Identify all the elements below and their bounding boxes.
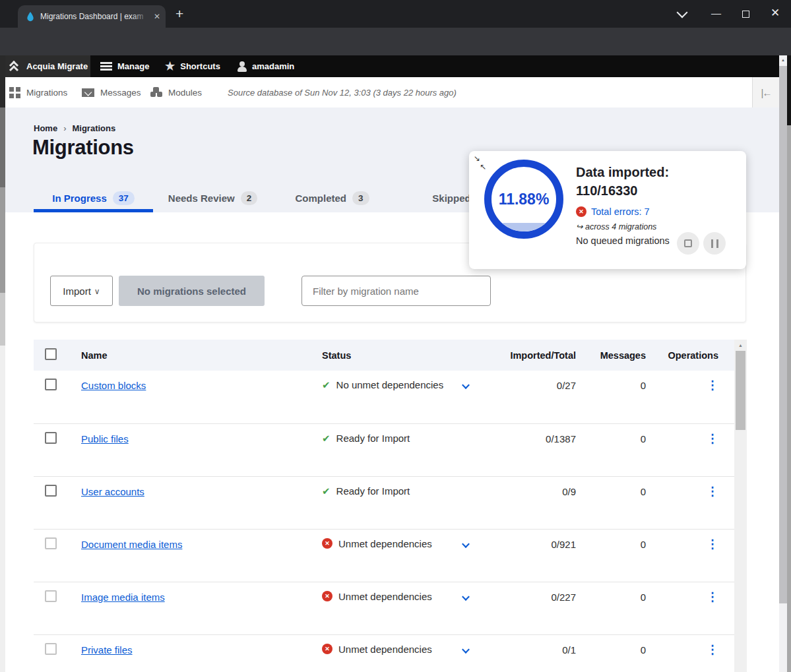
operations-menu-icon[interactable]: ⋮ (707, 379, 718, 392)
migration-name-link[interactable]: Custom blocks (81, 380, 146, 391)
error-icon: ✕ (322, 644, 332, 654)
tab-search-chevron-icon[interactable] (677, 7, 688, 18)
browser-tab[interactable]: Migrations Dashboard | example ✕ (18, 5, 166, 28)
table-row: Document media items ✕Unmet dependencies… (34, 529, 746, 582)
operations-menu-icon[interactable]: ⋮ (707, 590, 718, 603)
breadcrumb: Home › Migrations (34, 123, 115, 133)
col-header-status: Status (322, 350, 510, 361)
no-migrations-selected-button[interactable]: No migrations selected (119, 276, 265, 306)
progress-percent: 11.88% (499, 191, 550, 208)
tab-count-badge: 3 (352, 191, 369, 205)
operations-menu-icon[interactable]: ⋮ (707, 432, 718, 445)
acquia-chevrons-icon (9, 61, 21, 72)
collapse-arrow-icon: |← (761, 87, 771, 98)
tab-needs-review[interactable]: Needs Review 2 (153, 184, 272, 212)
across-migrations-note: ↪ across 4 migrations (576, 222, 656, 231)
new-tab-button[interactable]: + (175, 6, 183, 22)
drupal-logo-icon (26, 11, 35, 22)
migration-name-link[interactable]: User accounts (81, 486, 144, 497)
table-scrollbar-thumb[interactable] (736, 351, 745, 430)
source-database-note: Source database of Sun Nov 12, 3:03 (3 d… (228, 77, 457, 107)
shortcuts-star-icon: ★ (165, 59, 175, 73)
row-checkbox (45, 590, 57, 602)
status-expand-chevron-icon[interactable] (462, 593, 470, 599)
resize-nw-icon[interactable]: ↖ (480, 162, 486, 171)
page-scrollbar[interactable]: ▲ (779, 55, 787, 672)
total-errors-link[interactable]: ✕ Total errors: 7 (576, 206, 650, 217)
messages-envelope-icon (82, 88, 94, 97)
import-progress-popup: ↘ ↖ 11.88% Data imported: 110/16330 ✕ To… (469, 151, 746, 269)
error-icon: ✕ (322, 538, 332, 549)
col-header-name: Name (81, 350, 322, 361)
imported-total-cell: 0/27 (510, 371, 576, 391)
imported-total-cell: 0/227 (510, 582, 576, 603)
toolbar-item-user[interactable]: amadamin (237, 55, 294, 77)
toolbar-item-acquia-migrate[interactable]: Acquia Migrate (9, 55, 88, 77)
hamburger-icon (100, 62, 112, 71)
nav-item-migrations[interactable]: Migrations (9, 77, 67, 107)
resize-se-icon[interactable]: ↘ (474, 154, 480, 163)
error-icon: ✕ (576, 206, 586, 217)
error-icon: ✕ (322, 591, 332, 601)
data-imported-label: Data imported: 110/16330 (576, 163, 669, 200)
migration-name-link[interactable]: Image media items (81, 592, 165, 603)
stop-button[interactable] (677, 232, 699, 255)
browser-window: Migrations Dashboard | example ✕ + — ✕ ←… (0, 0, 791, 672)
tab-title-fade (131, 12, 148, 26)
toolbar-item-shortcuts[interactable]: ★ Shortcuts (165, 55, 220, 77)
breadcrumb-home-link[interactable]: Home (34, 123, 57, 133)
tab-in-progress[interactable]: In Progress 37 (34, 184, 153, 212)
migration-name-link[interactable]: Private files (81, 644, 133, 656)
status-expand-chevron-icon[interactable] (462, 646, 470, 652)
table-row: Public files ✔Ready for Import 0/1387 0 … (34, 423, 746, 476)
status-expand-chevron-icon[interactable] (462, 381, 470, 387)
admin-toolbar: Acquia Migrate Manage ★ Shortcuts amadam… (0, 55, 779, 77)
nav-item-modules[interactable]: Modules (150, 77, 202, 107)
chevron-down-icon: ∨ (94, 287, 100, 296)
minimize-button[interactable]: — (711, 7, 721, 18)
user-icon (237, 61, 247, 72)
check-icon: ✔ (322, 485, 331, 497)
migration-name-link[interactable]: Public files (81, 433, 129, 444)
tab-count-badge: 37 (113, 191, 135, 205)
messages-cell: 0 (576, 582, 646, 603)
progress-ring: 11.88% (484, 160, 563, 239)
pause-icon (711, 239, 718, 248)
operations-menu-icon[interactable]: ⋮ (707, 643, 718, 656)
row-checkbox (45, 537, 57, 549)
queue-status: No queued migrations (576, 235, 670, 246)
tab-close-icon[interactable]: ✕ (154, 12, 160, 21)
table-row: Private files ✕Unmet dependencies 0/1 0 … (34, 634, 746, 672)
operations-menu-icon[interactable]: ⋮ (707, 537, 718, 551)
migration-filter-input[interactable] (301, 276, 491, 306)
page-title: Migrations (32, 136, 134, 160)
messages-cell: 0 (576, 477, 646, 497)
page-scrollbar-thumb[interactable] (779, 66, 787, 603)
table-header-row: Name Status Imported/Total Messages Oper… (34, 340, 746, 371)
operations-menu-icon[interactable]: ⋮ (707, 485, 718, 498)
col-header-imported-total: Imported/Total (510, 350, 576, 361)
stop-icon (684, 239, 692, 247)
imported-total-cell: 0/1 (510, 635, 576, 656)
toolbar-item-manage[interactable]: Manage (100, 55, 149, 77)
migration-name-link[interactable]: Document media items (81, 539, 182, 550)
import-dropdown-button[interactable]: Import ∨ (50, 276, 113, 306)
toolbar-collapse-button[interactable]: |← (752, 77, 779, 107)
scroll-up-icon[interactable]: ▲ (734, 340, 747, 350)
table-row: User accounts ✔Ready for Import 0/9 0 ⋮ (34, 476, 746, 529)
window-close-button[interactable]: ✕ (771, 6, 780, 20)
nav-item-messages[interactable]: Messages (82, 77, 141, 107)
check-icon: ✔ (322, 433, 331, 444)
select-all-checkbox[interactable] (45, 348, 57, 360)
status-expand-chevron-icon[interactable] (462, 540, 470, 546)
maximize-button[interactable] (742, 11, 749, 18)
row-checkbox[interactable] (45, 485, 57, 497)
left-window-edge (0, 55, 5, 672)
pause-button[interactable] (703, 232, 726, 255)
table-scrollbar[interactable]: ▲ (734, 340, 747, 672)
row-checkbox[interactable] (45, 432, 57, 444)
scroll-up-icon[interactable]: ▲ (779, 55, 787, 65)
tab-completed[interactable]: Completed 3 (272, 184, 392, 212)
row-checkbox[interactable] (45, 379, 57, 390)
breadcrumb-separator: › (63, 123, 66, 133)
